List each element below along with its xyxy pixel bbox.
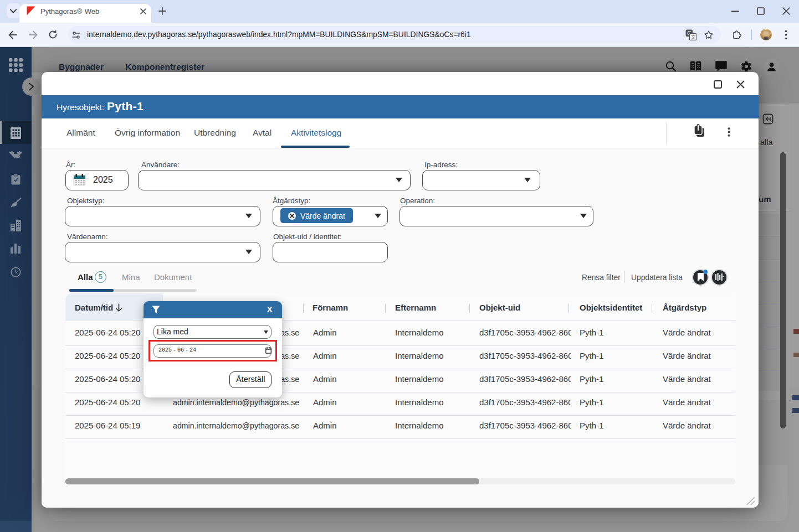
svg-text:文: 文 [691, 34, 696, 40]
